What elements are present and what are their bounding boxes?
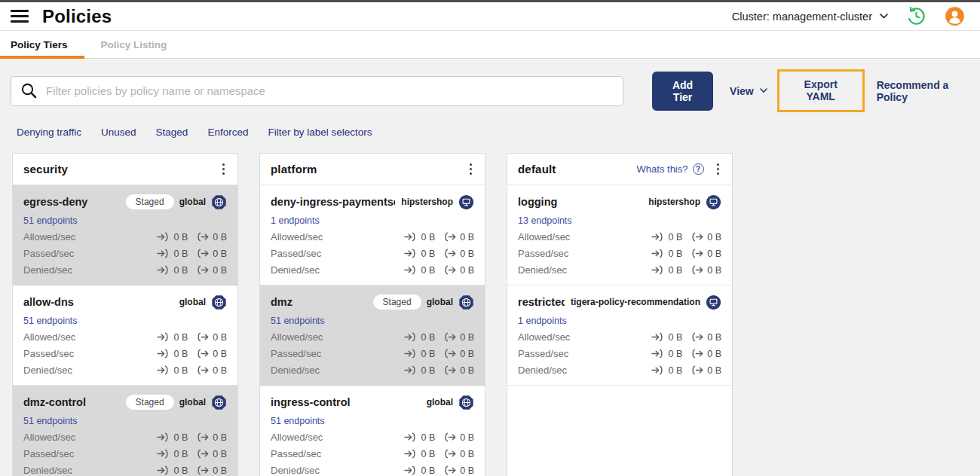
egress-arrow-icon: [196, 432, 209, 442]
traffic-rate-row: Passed/sec: [518, 348, 721, 359]
endpoints-link[interactable]: 13 endpoints: [518, 215, 572, 226]
policy-name: logging: [518, 196, 557, 208]
export-yaml-highlight-box: Export YAML: [777, 69, 865, 112]
quick-filter-row: Denying traffic Unused Staged Enforced F…: [0, 112, 980, 138]
egress-rate-value: 0 B: [460, 249, 474, 259]
ingress-arrow-icon: [157, 349, 170, 359]
ingress-rate-value: 0 B: [173, 449, 188, 459]
traffic-rate-row: Allowed/sec: [518, 331, 721, 343]
filter-link[interactable]: Filter by label selectors: [268, 127, 372, 138]
ingress-rate-value: 0 B: [173, 232, 188, 243]
tier-name: security: [23, 163, 68, 175]
ingress-arrow-icon: [157, 332, 170, 342]
view-button[interactable]: View: [730, 85, 767, 97]
egress-rate-value: 0 B: [460, 432, 474, 443]
ingress-arrow-icon: [404, 349, 417, 359]
traffic-rate-row: Passed/sec: [271, 448, 474, 459]
egress-arrow-icon: [196, 449, 209, 459]
egress-rate-value: 0 B: [213, 365, 227, 376]
endpoints-link[interactable]: 1 endpoints: [271, 215, 320, 226]
policy-scope-label: global: [179, 297, 206, 307]
egress-arrow-icon: [691, 249, 703, 258]
egress-rate-value: 0 B: [213, 432, 227, 443]
ingress-arrow-icon: [157, 365, 170, 375]
ingress-arrow-icon: [651, 249, 664, 258]
egress-rate-value: 0 B: [213, 349, 227, 359]
tab-policy-listing[interactable]: Policy Listing: [84, 31, 184, 58]
egress-arrow-icon: [443, 465, 456, 475]
filter-link[interactable]: Enforced: [207, 127, 248, 138]
cluster-selector[interactable]: Cluster: management-cluster: [732, 11, 888, 23]
egress-rate-value: 0 B: [707, 232, 721, 243]
traffic-rate-row: Denied/sec: [23, 264, 227, 276]
endpoints-link[interactable]: 51 endpoints: [23, 215, 78, 226]
endpoints-link[interactable]: 51 endpoints: [23, 316, 78, 326]
tier-menu-kebab-icon[interactable]: [217, 160, 231, 178]
search-input[interactable]: [11, 76, 623, 106]
recommend-a-policy-button[interactable]: Recommend a Policy: [877, 79, 965, 103]
egress-arrow-icon: [196, 232, 209, 242]
policy-name: dmz: [271, 296, 292, 308]
endpoints-link[interactable]: 1 endpoints: [518, 316, 567, 326]
traffic-rate-row: Denied/sec: [271, 465, 474, 476]
egress-rate-value: 0 B: [460, 232, 474, 243]
help-icon: ?: [693, 163, 704, 175]
rate-label: Denied/sec: [271, 465, 320, 476]
tier-menu-kebab-icon[interactable]: [464, 160, 478, 178]
chevron-down-icon: [880, 14, 888, 19]
ingress-rate-value: 0 B: [173, 249, 188, 259]
policy-card[interactable]: dmz-control Staged global: [13, 386, 237, 476]
endpoints-link[interactable]: 51 endpoints: [271, 316, 325, 326]
policy-card[interactable]: logging hipstershop: [507, 185, 732, 285]
policy-card[interactable]: deny-ingress-paymentservi... hipstershop: [260, 185, 485, 285]
egress-arrow-icon: [443, 249, 456, 258]
egress-rate-value: 0 B: [213, 465, 227, 476]
egress-arrow-icon: [443, 449, 456, 459]
history-icon[interactable]: [906, 6, 926, 26]
policy-scope-label: hipstershop: [401, 197, 453, 207]
tab-bar: Policy Tiers Policy Listing: [0, 31, 980, 59]
rate-label: Allowed/sec: [518, 231, 570, 243]
filter-link[interactable]: Denying traffic: [17, 127, 81, 138]
search-box: [11, 76, 623, 106]
user-avatar-icon[interactable]: [945, 6, 965, 26]
rate-label: Denied/sec: [23, 465, 72, 476]
egress-arrow-icon: [196, 365, 209, 375]
egress-arrow-icon: [196, 249, 209, 258]
policy-card[interactable]: restricted tigera-policy-recommendation: [507, 285, 732, 386]
egress-arrow-icon: [196, 332, 209, 342]
rate-label: Passed/sec: [271, 248, 321, 259]
rate-label: Denied/sec: [518, 365, 567, 376]
tab-policy-tiers[interactable]: Policy Tiers: [0, 31, 84, 58]
egress-rate-value: 0 B: [460, 449, 474, 459]
policy-card[interactable]: allow-dns global: [13, 285, 237, 386]
egress-arrow-icon: [443, 332, 456, 342]
rate-label: Denied/sec: [271, 264, 320, 276]
policy-card[interactable]: dmz Staged global: [260, 285, 485, 386]
egress-rate-value: 0 B: [460, 265, 474, 276]
ingress-arrow-icon: [404, 365, 417, 375]
endpoints-link[interactable]: 51 endpoints: [271, 416, 325, 426]
whats-this-link[interactable]: Whats this? ?: [637, 163, 704, 175]
filter-link[interactable]: Unused: [101, 127, 136, 138]
staged-badge: Staged: [126, 395, 174, 410]
egress-rate-value: 0 B: [460, 465, 474, 476]
traffic-rate-row: Allowed/sec: [271, 231, 474, 243]
endpoints-link[interactable]: 51 endpoints: [23, 416, 78, 426]
traffic-rate-row: Allowed/sec: [518, 231, 721, 243]
export-yaml-button[interactable]: Export YAML: [794, 78, 848, 102]
policy-card[interactable]: ingress-control global: [260, 386, 485, 476]
ingress-rate-value: 0 B: [421, 332, 435, 343]
egress-arrow-icon: [196, 349, 209, 359]
filter-link[interactable]: Staged: [156, 127, 188, 138]
add-tier-button[interactable]: Add Tier: [652, 72, 713, 111]
tier-name: default: [518, 163, 556, 175]
egress-arrow-icon: [443, 232, 456, 242]
policy-card[interactable]: egress-deny Staged global: [13, 185, 237, 285]
policy-card-top: deny-ingress-paymentservi... hipstershop: [271, 194, 474, 210]
menu-icon[interactable]: [11, 8, 29, 24]
tier-menu-kebab-icon[interactable]: [712, 160, 725, 178]
traffic-rate-row: Denied/sec: [271, 264, 474, 276]
ingress-rate-value: 0 B: [421, 449, 435, 459]
ingress-arrow-icon: [404, 249, 417, 258]
